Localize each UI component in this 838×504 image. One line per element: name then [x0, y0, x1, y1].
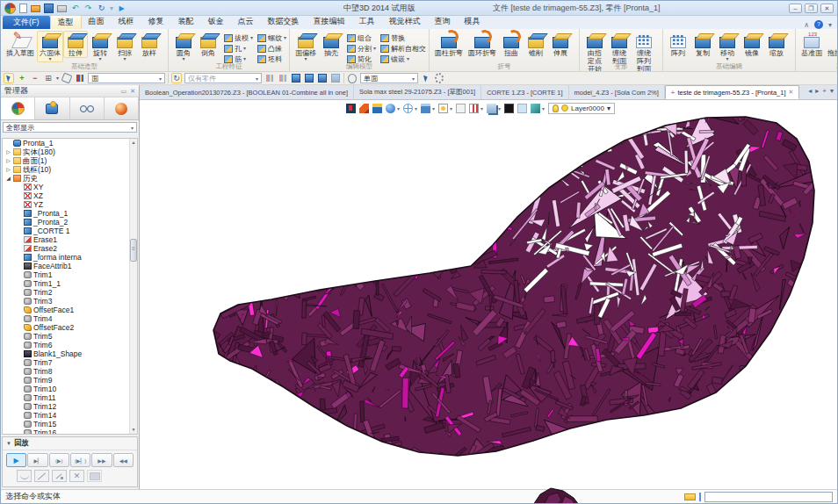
tree-row[interactable]: Trim4: [3, 314, 137, 323]
ribbon-button[interactable]: 伸展: [548, 31, 573, 58]
ribbon-tab[interactable]: 修复: [141, 15, 171, 29]
panel-close-icon[interactable]: ✕: [130, 88, 135, 95]
ribbon-button[interactable]: 缠绕到面: [607, 31, 632, 66]
tree-row[interactable]: Trim1_1: [3, 279, 137, 288]
view-rotate-icon[interactable]: [97, 4, 106, 13]
tab-visualize-icon[interactable]: [70, 97, 105, 119]
layer-bulb-icon[interactable]: [553, 104, 559, 112]
tree-row[interactable]: Trim3: [3, 297, 137, 306]
tree-row[interactable]: Trim1: [3, 270, 137, 279]
tab-nav-left-icon[interactable]: ◂: [808, 87, 812, 95]
tree-row[interactable]: XY: [3, 183, 137, 191]
paint-icon[interactable]: [359, 104, 369, 113]
background-blue-swatch[interactable]: [517, 104, 527, 113]
add-pick-icon[interactable]: [17, 73, 27, 83]
ribbon-tab[interactable]: 视觉样式: [382, 15, 428, 29]
filter-b-icon[interactable]: [278, 73, 288, 83]
ribbon-button[interactable]: 扭曲: [499, 31, 524, 58]
document-tab[interactable]: CORTE 1.Z3 - [CORTE 1]: [481, 85, 568, 99]
tree-row[interactable]: Trim8: [3, 367, 137, 376]
ribbon-tab[interactable]: 工具: [352, 15, 382, 29]
tree-row[interactable]: OffsetFace2: [3, 323, 137, 332]
restore-button[interactable]: [805, 4, 818, 13]
ribbon-tab[interactable]: 装配: [171, 15, 201, 29]
ribbon-tab[interactable]: 模具: [458, 15, 488, 29]
tab-menu-icon[interactable]: ▾: [830, 87, 834, 95]
tree-row[interactable]: _Pronta_2: [3, 218, 137, 227]
part-scope-select[interactable]: 仅有零件▾: [184, 73, 262, 83]
playback-button[interactable]: (▶▏): [70, 453, 90, 467]
document-tab[interactable]: Boolean_Operation20130726.Z3 - [BOOLEAN …: [140, 85, 354, 99]
expander-icon[interactable]: ▷: [5, 165, 11, 174]
ribbon-small-button[interactable]: 解析自相交: [380, 43, 426, 54]
expander-icon[interactable]: ▷: [5, 148, 11, 156]
ribbon-tab[interactable]: 直接编辑: [307, 15, 352, 29]
ribbon-button[interactable]: 六面体 ▾: [37, 31, 63, 62]
shade-mode-icon[interactable]: [386, 104, 395, 113]
stack-bottom-icon[interactable]: [317, 73, 328, 83]
tab-manager-icon[interactable]: [1, 97, 35, 119]
keypoint-tool-icon[interactable]: [52, 470, 67, 482]
ribbon-small-button[interactable]: 分割 ▾: [347, 43, 376, 54]
tree-row[interactable]: Trim10: [3, 385, 137, 393]
command-input[interactable]: [704, 492, 833, 502]
layer-color-icon[interactable]: [561, 104, 568, 112]
tree-row[interactable]: Pronta_1: [3, 139, 137, 148]
ribbon-tab[interactable]: 造型: [50, 15, 82, 29]
playback-button[interactable]: ◀◀: [113, 453, 134, 467]
tab-assembly-icon[interactable]: [35, 97, 69, 119]
ribbon-button[interactable]: 插入草图: [4, 31, 37, 58]
layer-select[interactable]: Layer0000 ▾: [548, 103, 615, 114]
print-icon[interactable]: [57, 5, 67, 12]
playback-button[interactable]: ▶▏: [27, 453, 47, 467]
close-button[interactable]: [820, 4, 834, 13]
tab-close-icon[interactable]: ✕: [789, 89, 794, 96]
ribbon-button[interactable]: 倒角: [196, 31, 220, 58]
tab-add-icon[interactable]: +: [822, 87, 827, 95]
playback-button[interactable]: (▶): [49, 453, 69, 467]
tree-scrollbar[interactable]: ▲ ▼: [129, 139, 137, 434]
ribbon-button[interactable]: 镜像: [740, 31, 764, 58]
quick-render-icon[interactable]: [531, 104, 540, 113]
open-file-icon[interactable]: [31, 5, 40, 12]
tree-row[interactable]: ◢ 历史: [3, 174, 137, 183]
ribbon-button[interactable]: 面偏移 ▾: [293, 31, 319, 62]
minimize-button[interactable]: [789, 4, 802, 13]
tree-row[interactable]: Erase1: [3, 235, 137, 244]
multi-view-icon[interactable]: [487, 104, 496, 113]
tree-row[interactable]: Trim7: [3, 358, 137, 367]
ribbon-button[interactable]: 基准面: [798, 31, 825, 58]
ribbon-tab[interactable]: 钣金: [201, 15, 231, 29]
entity-info-icon[interactable]: [346, 104, 356, 113]
pick-cursor-icon[interactable]: [4, 73, 14, 83]
tree-row[interactable]: Trim12: [3, 402, 137, 411]
curve-tool-icon[interactable]: [17, 470, 32, 482]
ribbon-button[interactable]: 圆角 ▾: [171, 31, 196, 62]
entity-filter-select[interactable]: 面▾: [88, 73, 165, 83]
stack-top-icon[interactable]: [291, 73, 301, 83]
tab-new-icon[interactable]: +: [671, 89, 675, 97]
ribbon-button[interactable]: 圆环折弯: [466, 31, 499, 58]
tree-row[interactable]: Trim2: [3, 288, 137, 297]
save-icon[interactable]: [44, 4, 54, 13]
tree-row[interactable]: _forma interna: [3, 253, 137, 262]
tree-row[interactable]: Trim15: [3, 420, 137, 428]
face-mode-select[interactable]: 单面▾: [360, 73, 418, 83]
ribbon-tab[interactable]: 数据交换: [261, 15, 307, 29]
ribbon-small-button[interactable]: 拔模 ▾: [224, 32, 253, 43]
scroll-down-icon[interactable]: ▼: [130, 426, 137, 434]
ribbon-small-button[interactable]: 孔 ▾: [224, 43, 253, 54]
ribbon-button[interactable]: 旋转 ▾: [88, 31, 112, 62]
remove-pick-icon[interactable]: [30, 73, 40, 83]
file-menu-tab[interactable]: 文件(F): [3, 16, 50, 29]
tree-row[interactable]: _CORTE 1: [3, 227, 137, 235]
ribbon-small-button[interactable]: 螺纹 ▾: [257, 32, 286, 43]
tab-nav-right-icon[interactable]: ▸: [815, 87, 819, 95]
ribbon-button[interactable]: 阵列: [666, 31, 690, 58]
tree-row[interactable]: ▷ 曲面(1): [3, 156, 137, 165]
tree-row[interactable]: Trim16: [3, 428, 137, 435]
ribbon-tab[interactable]: 查询: [428, 15, 458, 29]
ribbon-button[interactable]: 拉伸: [63, 31, 88, 58]
tree-row[interactable]: Trim11: [3, 393, 137, 402]
tree-row[interactable]: Trim14: [3, 411, 137, 420]
